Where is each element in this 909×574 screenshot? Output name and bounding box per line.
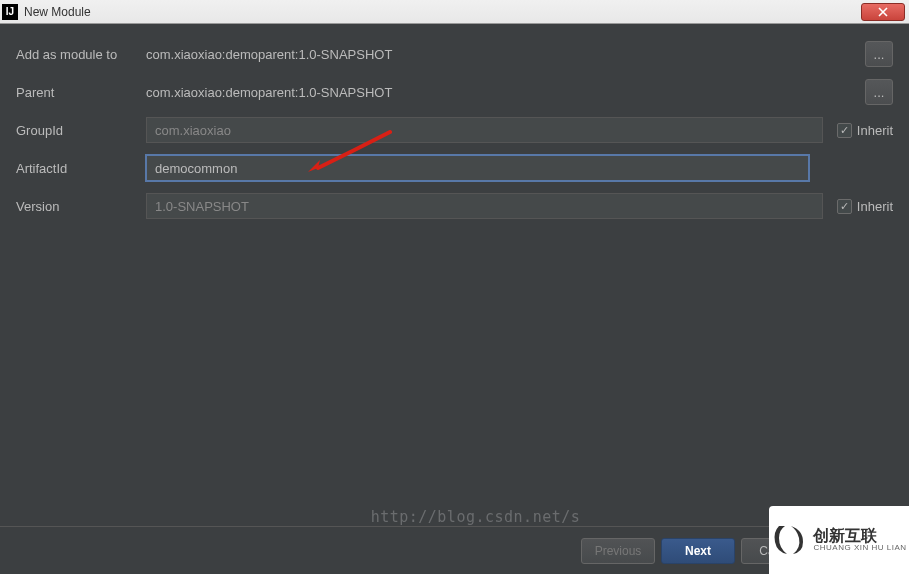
inherit-version-label: Inherit <box>857 199 893 214</box>
next-button[interactable]: Next <box>661 538 735 564</box>
input-groupid[interactable] <box>146 117 823 143</box>
row-groupid: GroupId Inherit <box>16 116 893 144</box>
inherit-groupid[interactable]: Inherit <box>837 123 893 138</box>
label-groupid: GroupId <box>16 123 146 138</box>
label-add-as-module: Add as module to <box>16 47 146 62</box>
app-icon: IJ <box>2 4 18 20</box>
window-title: New Module <box>24 5 861 19</box>
form-content: Add as module to com.xiaoxiao:demoparent… <box>0 24 909 526</box>
previous-button[interactable]: Previous <box>581 538 655 564</box>
input-artifactid[interactable] <box>146 155 809 181</box>
brand-logo-text: 创新互联 <box>813 528 906 544</box>
brand-logo-overlay: 创新互联 CHUANG XIN HU LIAN <box>769 506 909 574</box>
label-parent: Parent <box>16 85 146 100</box>
close-button[interactable] <box>861 3 905 21</box>
checkbox-groupid-inherit[interactable] <box>837 123 852 138</box>
checkbox-version-inherit[interactable] <box>837 199 852 214</box>
label-artifactid: ArtifactId <box>16 161 146 176</box>
label-version: Version <box>16 199 146 214</box>
browse-add-as-module-button[interactable]: ... <box>865 41 893 67</box>
value-parent: com.xiaoxiao:demoparent:1.0-SNAPSHOT <box>146 81 773 104</box>
row-artifactid: ArtifactId <box>16 154 893 182</box>
row-version: Version Inherit <box>16 192 893 220</box>
titlebar: IJ New Module <box>0 0 909 24</box>
value-add-as-module: com.xiaoxiao:demoparent:1.0-SNAPSHOT <box>146 43 773 66</box>
inherit-version[interactable]: Inherit <box>837 199 893 214</box>
row-parent: Parent com.xiaoxiao:demoparent:1.0-SNAPS… <box>16 78 893 106</box>
brand-logo-sub: CHUANG XIN HU LIAN <box>813 544 906 552</box>
row-add-as-module: Add as module to com.xiaoxiao:demoparent… <box>16 40 893 68</box>
browse-parent-button[interactable]: ... <box>865 79 893 105</box>
inherit-groupid-label: Inherit <box>857 123 893 138</box>
close-icon <box>878 7 888 17</box>
brand-logo-icon <box>771 522 807 558</box>
input-version[interactable] <box>146 193 823 219</box>
